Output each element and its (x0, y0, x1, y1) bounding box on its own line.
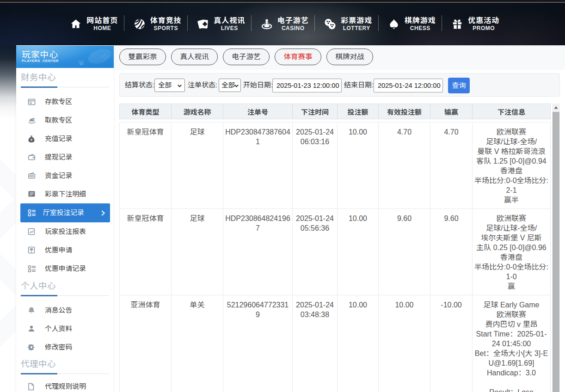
svg-text:¥: ¥ (30, 138, 33, 142)
